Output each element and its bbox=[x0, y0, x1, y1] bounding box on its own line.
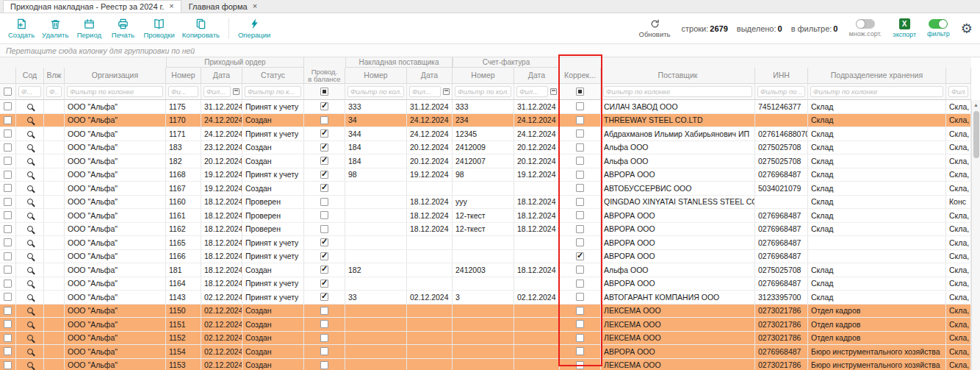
print-button[interactable]: Печать bbox=[106, 16, 140, 40]
table-row[interactable]: ООО "Альфа"116618.12.2024Принят к учетуА… bbox=[0, 250, 971, 264]
col-header-inn[interactable]: ИНН bbox=[755, 68, 808, 84]
group-by-bar[interactable]: Перетащите сюда колонку для группировки … bbox=[0, 44, 980, 57]
corr-checkbox[interactable] bbox=[576, 129, 584, 138]
num-filter-input[interactable] bbox=[168, 86, 198, 97]
col-header-vlz[interactable]: Влж bbox=[44, 68, 65, 84]
corr-checkbox[interactable] bbox=[576, 143, 584, 152]
magnifier-icon[interactable] bbox=[27, 131, 33, 137]
corr-filter-checkbox[interactable] bbox=[576, 88, 584, 96]
org-filter-input[interactable] bbox=[67, 86, 163, 97]
table-row[interactable]: ООО "Альфа"116118.12.2024Проверен18.12.2… bbox=[0, 209, 971, 223]
corr-checkbox[interactable] bbox=[576, 280, 584, 288]
row-checkbox[interactable] bbox=[4, 225, 12, 233]
operations-button[interactable]: Операции bbox=[234, 16, 274, 40]
corr-checkbox[interactable] bbox=[576, 347, 584, 355]
magnifier-icon[interactable] bbox=[27, 144, 33, 150]
table-row[interactable]: ООО "Альфа"115002.12.2024СозданЛЕКСЕМА О… bbox=[0, 305, 971, 319]
table-row[interactable]: ООО "Альфа"116719.12.2024СозданАВТОБУССЕ… bbox=[0, 182, 971, 196]
row-checkbox[interactable] bbox=[4, 307, 12, 315]
row-checkbox[interactable] bbox=[4, 361, 12, 369]
row-checkbox[interactable] bbox=[4, 143, 12, 152]
calendar-icon[interactable] bbox=[443, 88, 450, 95]
corr-checkbox[interactable] bbox=[576, 211, 584, 219]
posted-checkbox[interactable] bbox=[320, 361, 328, 369]
calendar-icon[interactable] bbox=[550, 88, 557, 95]
delete-button[interactable]: Удалить bbox=[38, 16, 72, 40]
posted-checkbox[interactable] bbox=[320, 293, 328, 301]
magnifier-icon[interactable] bbox=[27, 185, 33, 191]
posted-checkbox[interactable] bbox=[320, 184, 328, 192]
table-row[interactable]: ООО "Альфа"114302.12.2024Принят к учету3… bbox=[0, 291, 971, 305]
dept-filter-input[interactable] bbox=[810, 86, 943, 97]
magnifier-icon[interactable] bbox=[27, 171, 33, 177]
magnifier-icon[interactable] bbox=[27, 117, 33, 123]
sod-filter-input[interactable] bbox=[18, 86, 41, 97]
row-checkbox[interactable] bbox=[4, 293, 12, 301]
inn-filter-input[interactable] bbox=[757, 86, 805, 97]
corr-checkbox[interactable] bbox=[576, 157, 584, 165]
posted-checkbox[interactable] bbox=[320, 211, 328, 219]
corr-checkbox[interactable] bbox=[576, 293, 584, 301]
corr-checkbox[interactable] bbox=[576, 171, 584, 179]
posted-checkbox[interactable] bbox=[320, 102, 328, 110]
col-header-dept[interactable]: Подразделение хранения bbox=[808, 68, 946, 84]
posted-checkbox[interactable] bbox=[320, 334, 328, 342]
filter-toggle[interactable] bbox=[929, 19, 948, 29]
posted-checkbox[interactable] bbox=[320, 347, 328, 355]
col-header-tail[interactable] bbox=[946, 68, 971, 84]
corr-checkbox[interactable] bbox=[576, 334, 584, 342]
tab-active[interactable]: Приходная накладная - Реестр за 2024 г.× bbox=[3, 0, 181, 13]
col-header-sod[interactable]: Сод bbox=[16, 68, 44, 84]
corr-checkbox[interactable] bbox=[576, 198, 584, 206]
magnifier-icon[interactable] bbox=[27, 307, 33, 313]
magnifier-icon[interactable] bbox=[27, 321, 33, 327]
calendar-icon[interactable] bbox=[233, 88, 239, 95]
copy-button[interactable]: Копировать bbox=[179, 16, 223, 40]
fd-filter-input[interactable] bbox=[516, 86, 548, 97]
excel-export-icon[interactable]: X bbox=[899, 18, 910, 29]
status-filter-input[interactable] bbox=[245, 86, 301, 97]
posted-checkbox[interactable] bbox=[320, 171, 328, 179]
posted-checkbox[interactable] bbox=[320, 238, 328, 246]
posted-checkbox[interactable] bbox=[320, 198, 328, 206]
posted-checkbox[interactable] bbox=[320, 280, 328, 288]
magnifier-icon[interactable] bbox=[27, 226, 33, 232]
row-checkbox[interactable] bbox=[4, 347, 12, 355]
col-header-fn[interactable]: Номер bbox=[453, 68, 514, 84]
corr-checkbox[interactable] bbox=[576, 307, 584, 315]
magnifier-icon[interactable] bbox=[27, 253, 33, 259]
table-row[interactable]: ООО "Альфа"18323.12.2024Создан18420.12.2… bbox=[0, 141, 971, 155]
row-checkbox[interactable] bbox=[4, 280, 12, 288]
corr-checkbox[interactable] bbox=[576, 225, 584, 233]
magnifier-icon[interactable] bbox=[27, 362, 33, 368]
vertical-scrollbar[interactable]: ▲ bbox=[971, 100, 980, 370]
row-checkbox[interactable] bbox=[4, 171, 12, 179]
sn-filter-input[interactable] bbox=[347, 86, 404, 97]
col-header-rowcheck[interactable] bbox=[0, 68, 16, 84]
table-row[interactable]: ООО "Альфа"117124.12.2024Принят к учету3… bbox=[0, 127, 971, 141]
table-row[interactable]: ООО "Альфа"115202.12.2024СозданЛЕКСЕМА О… bbox=[0, 332, 971, 346]
create-button[interactable]: Создать bbox=[4, 16, 38, 40]
posted-checkbox[interactable] bbox=[320, 129, 328, 138]
posted-checkbox[interactable] bbox=[320, 225, 328, 233]
vlz-filter-input[interactable] bbox=[46, 86, 62, 97]
postings-button[interactable]: Проводки bbox=[140, 16, 178, 40]
magnifier-icon[interactable] bbox=[27, 240, 33, 246]
corr-checkbox[interactable] bbox=[576, 252, 584, 260]
col-header-supplier[interactable]: Поставщик bbox=[601, 68, 755, 84]
row-checkbox[interactable] bbox=[4, 252, 12, 260]
posted-checkbox[interactable] bbox=[320, 320, 328, 328]
date-filter-input[interactable] bbox=[203, 86, 231, 97]
select-all-checkbox[interactable] bbox=[4, 88, 12, 96]
col-header-corr[interactable]: Коррек... bbox=[560, 68, 601, 84]
magnifier-icon[interactable] bbox=[27, 158, 33, 164]
row-checkbox[interactable] bbox=[4, 184, 12, 192]
tail-filter-input[interactable] bbox=[948, 86, 968, 97]
col-header-org[interactable]: Организация bbox=[65, 68, 166, 84]
magnifier-icon[interactable] bbox=[27, 335, 33, 341]
col-header-num[interactable]: Номер bbox=[166, 68, 201, 84]
row-checkbox[interactable] bbox=[4, 198, 12, 206]
settings-gear-icon[interactable]: ⚙ bbox=[961, 22, 973, 35]
magnifier-icon[interactable] bbox=[27, 294, 33, 300]
tab-close-icon[interactable]: × bbox=[169, 2, 173, 10]
